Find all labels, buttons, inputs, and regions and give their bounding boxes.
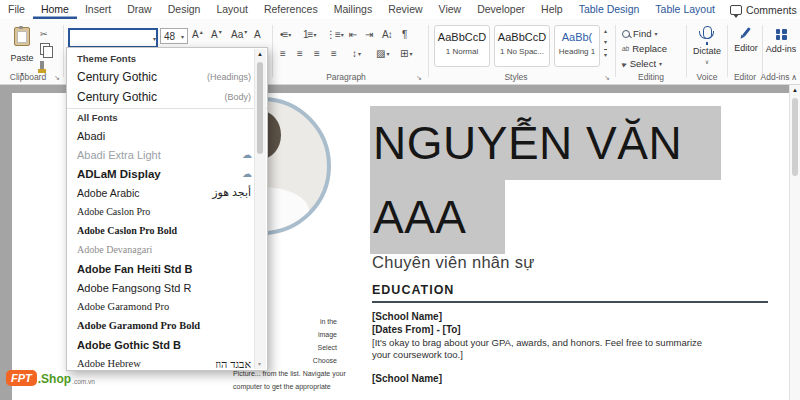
bullet-list-button[interactable]: •≡ ▾ [280, 27, 291, 41]
tab-insert[interactable]: Insert [77, 0, 119, 19]
caret-down-icon: ▾ [358, 50, 361, 57]
font-option[interactable]: Adobe Arabic أبجد هوز [67, 183, 267, 202]
collapse-ribbon-icon[interactable]: ∧ [791, 73, 797, 82]
comments-button[interactable]: Comments [723, 1, 800, 19]
style-heading1[interactable]: AaBb( Heading 1 [554, 25, 600, 67]
find-button[interactable]: Find ▾ [622, 27, 658, 40]
select-button[interactable]: ▶ Select ▾ [622, 57, 662, 70]
font-option[interactable]: Adobe Gothic Std B [67, 335, 267, 354]
tab-view[interactable]: View [431, 0, 470, 19]
comments-label: Comments [746, 4, 797, 16]
styles-scroll-down-icon[interactable]: ▾ [604, 38, 607, 45]
school-dates-1[interactable]: [Dates From] - [To] [372, 324, 461, 335]
styles-scroll-up-icon[interactable]: ▴ [604, 27, 607, 34]
font-option[interactable]: Century Gothic (Body) [67, 87, 267, 107]
tab-developer[interactable]: Developer [469, 0, 533, 19]
scroll-up-icon[interactable]: ▲ [792, 87, 798, 93]
dropdown-scrollbar-thumb[interactable] [257, 62, 263, 154]
font-size-value: 48 [164, 31, 175, 42]
replace-button[interactable]: ab Replace [622, 42, 667, 55]
tab-table-design[interactable]: Table Design [571, 0, 648, 19]
font-option-name: Abadi [77, 130, 105, 142]
style-no-spacing[interactable]: AaBbCcD 1 No Spac... [494, 25, 550, 67]
font-option[interactable]: Adobe Caslon Pro Bold [67, 221, 267, 240]
format-painter-icon [40, 61, 44, 69]
paragraph-dialog-launcher-icon[interactable]: ↘ [416, 74, 422, 82]
school-name-2[interactable]: [School Name] [372, 373, 442, 384]
sort-button[interactable]: A↕ [382, 27, 392, 41]
font-size-combobox[interactable]: 48 ▾ [160, 28, 188, 44]
font-option-name: Century Gothic [77, 90, 157, 104]
tab-help[interactable]: Help [533, 0, 571, 19]
font-option[interactable]: Adobe Caslon Pro [67, 202, 267, 221]
font-option[interactable]: Abadi [67, 126, 267, 145]
show-paragraph-marks-button[interactable]: ¶ [402, 27, 407, 41]
font-option[interactable]: Abadi Extra Light ☁ [67, 145, 267, 164]
multilevel-list-button[interactable]: ⋮≡ ▾ [326, 27, 344, 41]
styles-pane-icon[interactable]: ▾ [604, 49, 607, 58]
copy-button[interactable] [40, 42, 58, 55]
scrollbar-thumb[interactable] [792, 98, 798, 176]
tab-draw[interactable]: Draw [119, 0, 160, 19]
format-painter-button[interactable] [40, 58, 58, 71]
education-section-heading[interactable]: EDUCATION [372, 283, 768, 303]
editor-button[interactable]: Editor [731, 27, 761, 53]
group-separator [272, 25, 273, 77]
dropdown-scrollbar[interactable]: ▲ ▾ [254, 49, 266, 369]
align-right-button[interactable]: ≡ [314, 46, 320, 60]
styles-gallery-arrows: ▴ ▾ ▾ [604, 27, 607, 58]
font-option[interactable]: Adobe Fan Heiti Std B [67, 259, 267, 278]
shading-button[interactable]: ▨ ▾ [376, 46, 389, 60]
tab-design[interactable]: Design [160, 0, 209, 19]
font-option[interactable]: Adobe Garamond Pro [67, 297, 267, 316]
style-normal[interactable]: AaBbCcD 1 Normal [434, 25, 490, 67]
grow-font-button[interactable]: A ▴ [192, 29, 203, 40]
selected-text-highlight: NGUYỄN VĂN [370, 106, 721, 180]
font-name-caret-icon[interactable]: ▾ [153, 35, 156, 42]
name-heading-line1[interactable]: NGUYỄN VĂN [370, 106, 720, 180]
styles-dialog-launcher-icon[interactable]: ↘ [604, 74, 610, 82]
justify-button[interactable]: ≡ [331, 46, 337, 60]
tab-mailings[interactable]: Mailings [326, 0, 381, 19]
dropdown-scroll-up-icon[interactable]: ▲ [257, 51, 263, 57]
paste-button[interactable]: Paste ▾ [6, 25, 38, 79]
dropdown-scroll-down-icon[interactable]: ▾ [258, 360, 261, 367]
borders-button[interactable]: ⊞ ▾ [400, 46, 412, 60]
tab-layout[interactable]: Layout [208, 0, 256, 19]
tab-file[interactable]: File [0, 0, 33, 19]
line-spacing-button[interactable]: ↕ ▾ [352, 46, 361, 60]
increase-indent-button[interactable]: ⇥ [365, 27, 373, 41]
addins-button[interactable]: Add-ins [764, 27, 798, 54]
font-option[interactable]: Adobe Garamond Pro Bold [67, 316, 267, 335]
cut-button[interactable]: ✂ [40, 27, 58, 40]
tab-references[interactable]: References [256, 0, 326, 19]
clipboard-dialog-launcher-icon[interactable]: ↘ [54, 74, 60, 82]
tab-home[interactable]: Home [33, 0, 77, 19]
school-name-1[interactable]: [School Name] [372, 311, 442, 322]
font-option-name: Century Gothic [77, 70, 157, 84]
align-center-button[interactable]: ≡ [297, 46, 303, 60]
group-separator [686, 25, 687, 77]
align-left-button[interactable]: ≡ [280, 46, 286, 60]
font-option[interactable]: Adobe Fangsong Std R [67, 278, 267, 297]
font-option[interactable]: Century Gothic (Headings) [67, 67, 267, 87]
clear-formatting-icon: A [254, 29, 261, 40]
document-scrollbar[interactable]: ▲ [789, 84, 800, 400]
job-title-text[interactable]: Chuyên viên nhân sự [372, 253, 535, 272]
tab-review[interactable]: Review [380, 0, 430, 19]
font-option[interactable]: Adobe Hebrew אבגד הוז [67, 354, 267, 373]
decrease-indent-button[interactable]: ⇤ [349, 27, 357, 41]
name-heading-line2[interactable]: AAA [370, 180, 504, 254]
font-option[interactable]: ADLaM Display ☁ [67, 164, 267, 183]
clear-formatting-button[interactable]: A [254, 29, 261, 40]
font-name-input[interactable] [70, 32, 153, 44]
dictate-button[interactable]: Dictate ∨ [690, 24, 724, 65]
fpt-logo: FPT [6, 370, 37, 386]
font-option[interactable]: Adobe Devanagari [67, 240, 267, 259]
numbering-button[interactable]: 1≡ ▾ [303, 27, 316, 41]
tab-table-layout[interactable]: Table Layout [647, 0, 723, 19]
font-name-combobox[interactable]: ▾ [68, 28, 158, 48]
change-case-button[interactable]: Aa ▾ [231, 29, 247, 40]
shrink-font-button[interactable]: A ▾ [211, 29, 222, 40]
education-description[interactable]: [It's okay to brag about your GPA, award… [372, 337, 704, 361]
